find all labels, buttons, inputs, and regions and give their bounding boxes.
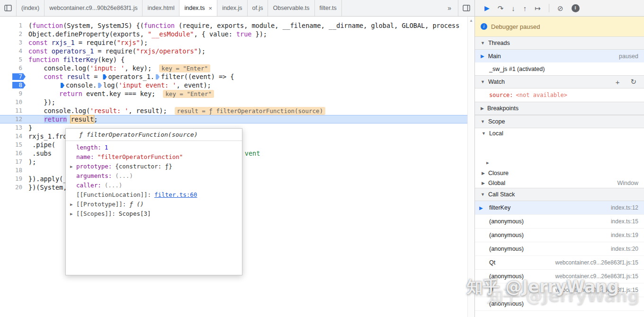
line-number[interactable]: 3 bbox=[0, 38, 27, 47]
line-number[interactable]: 12 bbox=[0, 115, 27, 123]
step-into-button[interactable]: ↓ bbox=[511, 5, 515, 12]
line-number[interactable]: 11 bbox=[0, 106, 27, 115]
code-token bbox=[48, 47, 52, 55]
frame-function: filterKey bbox=[489, 204, 510, 211]
callstack-frame[interactable]: (anonymous) index.ts:19 bbox=[475, 229, 644, 242]
line-number[interactable]: 2 bbox=[0, 30, 27, 38]
tab-webcontainer-js[interactable]: webcontainer.c9...90b26e863f1.js bbox=[45, 0, 143, 16]
chevron-right-icon[interactable]: ▶ bbox=[70, 200, 72, 209]
callstack-frame[interactable]: (anonymous) index.ts:15 bbox=[475, 215, 644, 229]
debugger-sidebar: i Debugger paused ▼ Threads ▶ Main pause… bbox=[474, 17, 644, 317]
code-text: console.log('input event: ', event); bbox=[28, 81, 211, 89]
tab-of-js[interactable]: of.js bbox=[248, 0, 268, 16]
scope-global-header[interactable]: ▶ Global Window bbox=[475, 178, 644, 188]
frame-location: index.ts:12 bbox=[611, 204, 638, 211]
resume-button[interactable]: ▶ bbox=[484, 5, 490, 11]
callstack-section-header[interactable]: ▼ Call Stack bbox=[475, 188, 644, 201]
inline-breakpoint-marker[interactable] bbox=[98, 83, 102, 88]
breakpoint-marker[interactable]: 7 bbox=[0, 72, 27, 81]
code-text: Object.defineProperty(exports, "__esModu… bbox=[28, 30, 267, 38]
line-number[interactable]: 13 bbox=[0, 123, 27, 132]
scope-section-title: Closure bbox=[488, 170, 509, 176]
code-text: .pipe( bbox=[28, 141, 55, 149]
callstack-frame[interactable]: Qt webcontainer.c9...26e863f1.js:15 bbox=[475, 256, 644, 270]
code-text: } bbox=[28, 124, 32, 132]
scope-closure-header[interactable]: ▶ Closure bbox=[475, 168, 644, 178]
tab-index-js[interactable]: index.js bbox=[217, 0, 247, 16]
line-number[interactable]: 10 bbox=[0, 98, 27, 106]
scope-var-this: this:undefined bbox=[475, 138, 644, 148]
callstack-frame[interactable]: ▶ filterKey index.ts:12 bbox=[475, 201, 644, 215]
line-number[interactable]: 19 bbox=[0, 175, 27, 183]
code-line: 4const operators_1 = require("rxjs/opera… bbox=[0, 47, 468, 55]
tab-index-ts[interactable]: index.ts × bbox=[179, 0, 217, 16]
tab-observable-ts[interactable]: Observable.ts bbox=[268, 0, 314, 16]
prop-arguments: arguments:(...) bbox=[66, 171, 242, 181]
line-number[interactable]: 16 bbox=[0, 149, 27, 158]
thread-service-worker[interactable]: _sw_js #1 (activated) bbox=[475, 62, 644, 75]
watch-section-header[interactable]: ▼ Watch + ↻ bbox=[475, 75, 644, 88]
editor-scrollbar[interactable]: ▲ bbox=[467, 17, 474, 317]
code-token: ); bbox=[28, 158, 36, 166]
tab-index-html[interactable]: index.html bbox=[143, 0, 179, 16]
step-over-button[interactable]: ↷ bbox=[498, 5, 504, 12]
frame-location: index.ts:20 bbox=[611, 246, 638, 252]
code-token: ); bbox=[198, 47, 206, 55]
line-number[interactable]: 18 bbox=[0, 166, 27, 175]
inline-breakpoint-marker[interactable] bbox=[103, 74, 107, 79]
show-debugger-panel-button[interactable] bbox=[458, 0, 474, 16]
line-number[interactable]: 20 bbox=[0, 183, 27, 192]
inline-breakpoint-marker[interactable] bbox=[61, 83, 64, 88]
step-out-button[interactable]: ↑ bbox=[523, 5, 527, 12]
source-location-link[interactable]: filter.ts:60 bbox=[154, 191, 197, 198]
scope-local-header[interactable]: ▼ Local bbox=[475, 128, 644, 138]
code-text: }).apply(_ bbox=[28, 175, 67, 183]
chevron-right-icon[interactable]: ▶ bbox=[70, 162, 72, 171]
close-icon[interactable]: × bbox=[209, 5, 213, 12]
frame-location: index.ts:19 bbox=[611, 232, 638, 238]
refresh-icon[interactable]: ↻ bbox=[630, 78, 636, 86]
line-number[interactable]: 4 bbox=[0, 47, 27, 55]
scope-section-header[interactable]: ▼ Scope bbox=[475, 115, 644, 128]
code-token: }); bbox=[28, 98, 55, 106]
active-thread-marker-icon: ▶ bbox=[481, 53, 484, 59]
scope-var-result[interactable]: ▶ result:ƒ filterOperatorFunction(source bbox=[475, 158, 644, 168]
scope-var-key: key:"Enter" bbox=[475, 148, 644, 158]
line-number[interactable]: 5 bbox=[0, 55, 27, 64]
tab-filter-ts[interactable]: filter.ts bbox=[315, 0, 342, 16]
more-tabs-button[interactable]: » bbox=[441, 0, 458, 16]
watch-value: <not available> bbox=[516, 92, 567, 98]
breakpoint-marker[interactable]: 8 bbox=[0, 81, 27, 89]
panel-left-icon bbox=[4, 5, 12, 11]
line-number[interactable]: 17 bbox=[0, 158, 27, 166]
pause-on-exceptions-button[interactable]: ‖ bbox=[572, 4, 580, 12]
breakpoints-section-header[interactable]: ▶ Breakpoints bbox=[475, 102, 644, 115]
tab-index-page[interactable]: (index) bbox=[17, 0, 45, 16]
line-number[interactable]: 14 bbox=[0, 132, 27, 141]
watch-expression[interactable]: source: <not available> bbox=[475, 88, 644, 102]
callstack-frame[interactable]: (anonymous) index.ts:20 bbox=[475, 242, 644, 256]
inline-breakpoint-marker[interactable] bbox=[156, 74, 160, 79]
line-number[interactable]: 1 bbox=[0, 21, 27, 30]
scroll-up-icon[interactable]: ▲ bbox=[468, 17, 474, 23]
code-token: "__esModule" bbox=[148, 30, 194, 38]
evaluated-token[interactable]: result bbox=[71, 115, 94, 123]
chevron-right-icon: ▶ bbox=[482, 171, 485, 176]
popover-body: length:1 name:"filterOperatorFunction" ▶… bbox=[66, 141, 242, 219]
step-button[interactable]: ↦ bbox=[535, 5, 541, 12]
deactivate-breakpoints-button[interactable]: ⊘ bbox=[557, 5, 564, 12]
thread-main[interactable]: ▶ Main paused bbox=[475, 50, 644, 62]
debugger-paused-banner: i Debugger paused bbox=[475, 17, 644, 36]
code-text: })(System, bbox=[28, 184, 67, 191]
add-watch-icon[interactable]: + bbox=[616, 78, 620, 86]
line-number[interactable]: 15 bbox=[0, 141, 27, 149]
line-number[interactable]: 6 bbox=[0, 64, 27, 72]
threads-section-header[interactable]: ▼ Threads bbox=[475, 36, 644, 50]
tab-label: webcontainer.c9...90b26e863f1.js bbox=[49, 5, 137, 11]
chevron-right-icon[interactable]: ▶ bbox=[486, 158, 489, 168]
chevron-right-icon[interactable]: ▶ bbox=[70, 209, 72, 219]
code-token: , { value: bbox=[194, 30, 236, 38]
frame-function: (anonymous) bbox=[489, 218, 524, 225]
show-navigator-button[interactable] bbox=[0, 0, 17, 16]
line-number[interactable]: 9 bbox=[0, 89, 27, 98]
